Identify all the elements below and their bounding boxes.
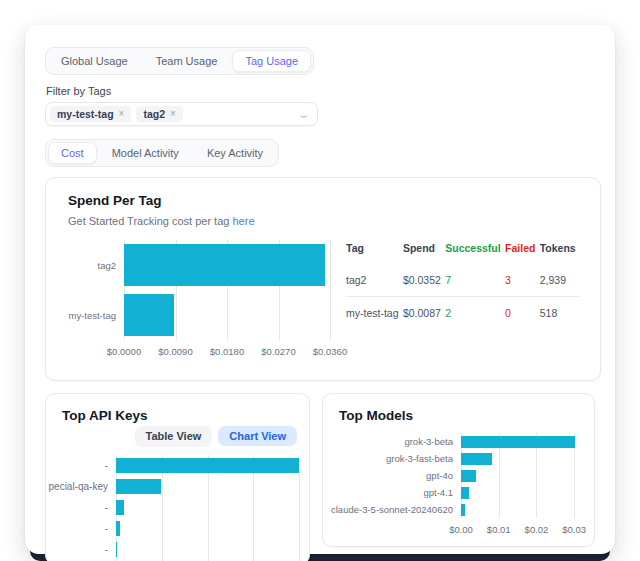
bar[interactable] [461,453,492,465]
cell-successful: 2 [445,297,505,330]
tab-model-activity[interactable]: Model Activity [99,142,192,164]
y-axis-label: tag2 [68,240,124,290]
bar[interactable] [461,487,469,499]
bar[interactable] [124,244,325,286]
x-axis: $0.00$0.01$0.02$0.03 [461,524,578,536]
cell-successful: 7 [445,264,505,297]
tab-tag-usage[interactable]: Tag Usage [232,50,311,72]
bar[interactable] [116,542,117,557]
bar[interactable] [116,479,161,494]
spend-per-tag-chart: tag2my-test-tag $0.0000$0.0090$0.0180$0.… [68,240,330,358]
y-axis-label: pecial-qa-key [62,476,116,497]
plot-area [124,240,330,340]
bar-row [124,240,330,290]
bar-row [116,518,299,539]
chart-view-button[interactable]: Chart View [218,426,297,446]
top-api-keys-card: Top API Keys Table View Chart View -peci… [45,393,310,561]
bar-row [461,433,578,450]
col-tag: Tag [346,240,403,264]
cell-spend: $0.0087 [403,297,445,330]
plot-area [116,455,299,561]
card-title: Spend Per Tag [68,193,580,208]
tab-key-activity[interactable]: Key Activity [194,142,276,164]
bar-row [116,476,299,497]
y-axis-labels: grok-3-betagrok-3-fast-betagpt-4ogpt-4.1… [339,433,461,536]
y-axis-label: grok-3-beta [339,433,461,450]
cell-failed: 0 [505,297,540,330]
plot-area [461,433,578,518]
tag-chip[interactable]: my-test-tag × [50,106,131,123]
x-axis-tick-label: $0.00 [449,524,473,535]
cost-tab-group: Cost Model Activity Key Activity [45,139,279,167]
bar-row [116,497,299,518]
x-axis-tick-label: $0.0180 [210,346,244,357]
cell-tokens: 518 [540,297,580,330]
y-axis-label: gpt-4o [339,467,461,484]
card-title: Top API Keys [62,408,299,423]
y-axis-label: grok-3-fast-beta [339,450,461,467]
tab-team-usage[interactable]: Team Usage [143,50,231,72]
y-axis-label: - [62,518,116,539]
bar[interactable] [461,504,465,516]
spend-table: Tag Spend Successful Failed Tokens tag2 … [346,240,580,329]
y-axis-labels: -pecial-qa-key--- [62,455,116,561]
bar-row [461,467,578,484]
here-link[interactable]: here [232,215,254,227]
gridline [299,455,300,561]
app-window: Global Usage Team Usage Tag Usage Filter… [25,25,615,554]
col-failed: Failed [505,240,540,264]
cell-tag: my-test-tag [346,297,403,330]
y-axis-label: - [62,455,116,476]
tag-filter-select[interactable]: my-test-tag × tag2 × ⌄ [45,102,318,126]
usage-tab-group: Global Usage Team Usage Tag Usage [45,47,314,75]
card-title: Top Models [339,408,578,423]
table-view-button[interactable]: Table View [135,426,213,446]
table-row: my-test-tag $0.0087 2 0 518 [346,297,580,330]
remove-tag-icon[interactable]: × [119,108,125,120]
top-models-card: Top Models grok-3-betagrok-3-fast-betagp… [322,393,595,547]
y-axis-label: claude-3-5-sonnet-20240620 [339,501,461,518]
x-axis-tick-label: $0.0270 [261,346,295,357]
bar-row [124,290,330,340]
x-axis-tick-label: $0.0360 [313,346,347,357]
col-tokens: Tokens [540,240,580,264]
x-axis-tick-label: $0.01 [487,524,511,535]
cell-tokens: 2,939 [540,264,580,297]
x-axis-tick-label: $0.0000 [107,346,141,357]
y-axis-label: gpt-4.1 [339,484,461,501]
bar[interactable] [116,458,299,473]
bar[interactable] [116,500,124,515]
remove-tag-icon[interactable]: × [170,108,176,120]
filter-by-tags-label: Filter by Tags [46,85,595,97]
tag-chip[interactable]: tag2 × [136,106,182,123]
gridline [330,240,331,340]
x-axis: $0.0000$0.0090$0.0180$0.0270$0.0360 [124,346,330,358]
subtitle-text: Get Started Tracking cost per tag [68,215,229,227]
col-successful: Successful [445,240,505,264]
bar-row [461,501,578,518]
cell-spend: $0.0352 [403,264,445,297]
bar[interactable] [461,470,476,482]
table-header-row: Tag Spend Successful Failed Tokens [346,240,580,264]
chevron-down-icon[interactable]: ⌄ [297,109,310,120]
tab-cost[interactable]: Cost [48,142,97,164]
bar-row [116,539,299,560]
card-subtitle: Get Started Tracking cost per tag here [68,215,580,227]
bar[interactable] [116,521,120,536]
table-row: tag2 $0.0352 7 3 2,939 [346,264,580,297]
tab-global-usage[interactable]: Global Usage [48,50,141,72]
y-axis-label: my-test-tag [68,290,124,340]
bar-row [116,455,299,476]
top-models-chart: grok-3-betagrok-3-fast-betagpt-4ogpt-4.1… [339,433,578,536]
spend-per-tag-card: Spend Per Tag Get Started Tracking cost … [45,177,601,381]
x-axis-tick-label: $0.03 [562,524,586,535]
y-axis-label: - [62,539,116,560]
view-toggle: Table View Chart View [62,426,299,446]
tag-chip-label: tag2 [143,108,165,121]
x-axis-tick-label: $0.0090 [158,346,192,357]
bar[interactable] [124,294,174,336]
bar[interactable] [461,436,575,448]
x-axis-tick-label: $0.02 [525,524,549,535]
top-api-keys-chart: -pecial-qa-key--- [62,455,299,561]
bar-row [461,484,578,501]
